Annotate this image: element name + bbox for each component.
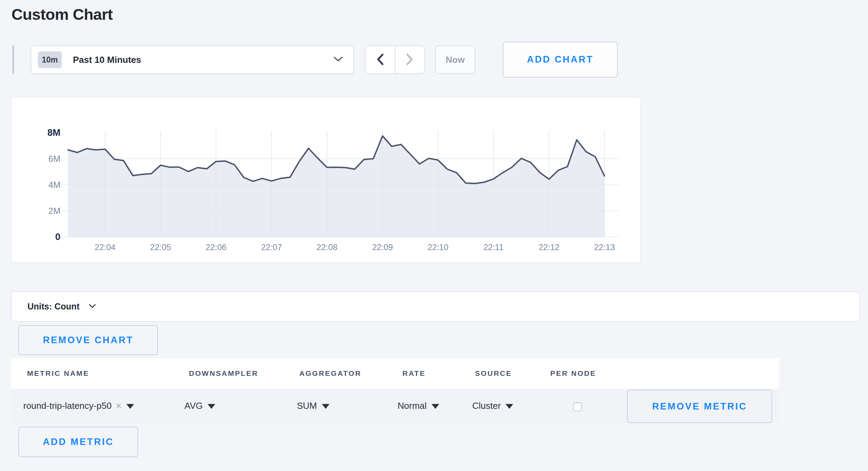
svg-text:22:07: 22:07 (261, 242, 282, 252)
caret-down-icon (208, 404, 215, 409)
chevron-right-icon (405, 53, 414, 67)
svg-text:22:04: 22:04 (95, 242, 116, 252)
svg-text:22:08: 22:08 (317, 242, 337, 252)
rate-select[interactable]: Normal (398, 389, 439, 423)
time-range-badge: 10m (38, 51, 62, 68)
add-chart-button[interactable]: ADD CHART (503, 42, 618, 77)
time-range-label: Past 10 Minutes (73, 55, 141, 65)
svg-text:4M: 4M (48, 180, 60, 190)
svg-text:22:11: 22:11 (483, 242, 503, 252)
header-per-node: PER NODE (550, 358, 596, 389)
chevron-down-icon (89, 304, 96, 310)
remove-metric-button[interactable]: REMOVE METRIC (627, 390, 772, 423)
source-select[interactable]: Cluster (472, 389, 513, 423)
svg-text:22:13: 22:13 (594, 242, 615, 252)
source-value: Cluster (472, 400, 501, 411)
svg-text:6M: 6M (48, 154, 60, 164)
metrics-table-header (11, 358, 779, 389)
per-node-checkbox[interactable] (573, 402, 582, 411)
toolbar-divider (12, 46, 14, 74)
caret-down-icon (506, 404, 513, 409)
rate-value: Normal (398, 400, 427, 411)
svg-text:22:10: 22:10 (427, 242, 448, 252)
svg-text:22:09: 22:09 (372, 242, 393, 252)
header-aggregator: AGGREGATOR (299, 358, 361, 389)
svg-text:8M: 8M (47, 127, 60, 138)
header-source: SOURCE (475, 358, 512, 389)
svg-text:22:06: 22:06 (206, 242, 226, 252)
metric-name-select[interactable]: round-trip-latency-p50 × (23, 389, 134, 423)
custom-chart-page: Custom Chart 10m Past 10 Minutes Now ADD… (0, 0, 868, 471)
chevron-down-icon (333, 56, 343, 64)
units-label: Units: Count (27, 301, 80, 312)
metric-name-value: round-trip-latency-p50 (23, 400, 111, 411)
now-button[interactable]: Now (435, 46, 475, 74)
caret-down-icon (126, 404, 134, 409)
caret-down-icon (322, 404, 329, 409)
header-downsampler: DOWNSAMPLER (189, 358, 258, 389)
header-metric-name: METRIC NAME (27, 358, 89, 389)
remove-chart-button[interactable]: REMOVE CHART (18, 325, 158, 355)
prev-time-button[interactable] (366, 46, 395, 73)
units-select[interactable]: Units: Count (11, 291, 860, 322)
downsampler-select[interactable]: AVG (184, 389, 215, 423)
chart-card: 22:0422:0522:0622:0722:0822:0922:1022:11… (11, 97, 641, 263)
svg-text:22:12: 22:12 (539, 242, 559, 252)
downsampler-value: AVG (184, 400, 203, 411)
trend-chart: 22:0422:0522:0622:0722:0822:0922:1022:11… (11, 97, 640, 263)
add-metric-button[interactable]: ADD METRIC (18, 427, 138, 457)
svg-text:0: 0 (55, 232, 60, 242)
time-nav-group (365, 46, 425, 74)
page-title: Custom Chart (11, 6, 113, 24)
caret-down-icon (432, 404, 439, 409)
time-range-select[interactable]: 10m Past 10 Minutes (31, 46, 354, 74)
aggregator-value: SUM (297, 400, 317, 411)
svg-text:22:05: 22:05 (150, 242, 171, 252)
header-rate: RATE (402, 358, 426, 389)
close-icon[interactable]: × (116, 400, 122, 412)
next-time-button[interactable] (395, 46, 425, 73)
aggregator-select[interactable]: SUM (297, 389, 329, 423)
svg-text:2M: 2M (48, 206, 60, 216)
chevron-left-icon (376, 53, 385, 67)
